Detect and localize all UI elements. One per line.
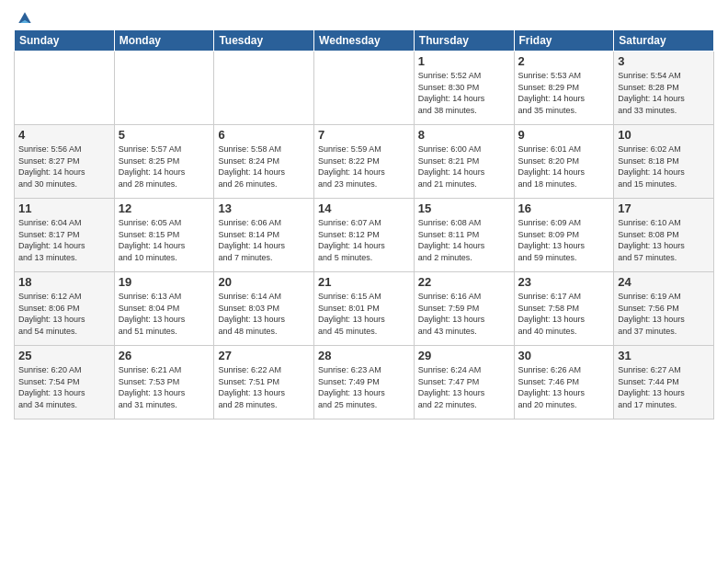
calendar-cell: 24Sunrise: 6:19 AMSunset: 7:56 PMDayligh… xyxy=(614,272,714,346)
day-info: Sunrise: 6:09 AMSunset: 8:09 PMDaylight:… xyxy=(518,217,610,263)
calendar-cell: 14Sunrise: 6:07 AMSunset: 8:12 PMDayligh… xyxy=(314,199,415,272)
calendar-cell: 6Sunrise: 5:58 AMSunset: 8:24 PMDaylight… xyxy=(214,125,314,199)
day-number: 27 xyxy=(218,349,310,362)
day-info: Sunrise: 6:16 AMSunset: 7:59 PMDaylight:… xyxy=(418,291,510,337)
day-number: 15 xyxy=(418,201,510,215)
calendar-cell: 12Sunrise: 6:05 AMSunset: 8:15 PMDayligh… xyxy=(114,199,214,272)
day-info: Sunrise: 6:19 AMSunset: 7:56 PMDaylight:… xyxy=(618,291,710,337)
day-info: Sunrise: 6:20 AMSunset: 7:54 PMDaylight:… xyxy=(18,364,110,410)
calendar-cell: 27Sunrise: 6:22 AMSunset: 7:51 PMDayligh… xyxy=(214,346,314,419)
day-info: Sunrise: 5:52 AMSunset: 8:30 PMDaylight:… xyxy=(418,70,510,116)
day-number: 4 xyxy=(18,128,110,142)
logo-icon xyxy=(16,9,34,28)
day-number: 16 xyxy=(518,201,610,215)
day-info: Sunrise: 6:21 AMSunset: 7:53 PMDaylight:… xyxy=(119,364,210,410)
day-number: 17 xyxy=(618,201,710,215)
calendar-cell: 17Sunrise: 6:10 AMSunset: 8:08 PMDayligh… xyxy=(614,199,714,272)
weekday-header-row: SundayMondayTuesdayWednesdayThursdayFrid… xyxy=(15,30,714,52)
day-number: 3 xyxy=(618,54,710,68)
calendar-week-1: 4Sunrise: 5:56 AMSunset: 8:27 PMDaylight… xyxy=(15,125,714,199)
day-info: Sunrise: 6:00 AMSunset: 8:21 PMDaylight:… xyxy=(418,144,510,190)
calendar-cell: 1Sunrise: 5:52 AMSunset: 8:30 PMDaylight… xyxy=(414,52,514,125)
day-info: Sunrise: 6:23 AMSunset: 7:49 PMDaylight:… xyxy=(318,364,410,410)
day-info: Sunrise: 5:58 AMSunset: 8:24 PMDaylight:… xyxy=(218,144,310,190)
day-number: 6 xyxy=(218,128,310,142)
header xyxy=(14,9,714,24)
day-number: 24 xyxy=(618,275,710,289)
day-info: Sunrise: 6:08 AMSunset: 8:11 PMDaylight:… xyxy=(418,217,510,263)
weekday-header-tuesday: Tuesday xyxy=(214,30,314,52)
calendar-cell: 30Sunrise: 6:26 AMSunset: 7:46 PMDayligh… xyxy=(514,346,614,419)
calendar-cell: 15Sunrise: 6:08 AMSunset: 8:11 PMDayligh… xyxy=(414,199,514,272)
day-info: Sunrise: 5:57 AMSunset: 8:25 PMDaylight:… xyxy=(119,144,210,190)
calendar-cell: 19Sunrise: 6:13 AMSunset: 8:04 PMDayligh… xyxy=(114,272,214,346)
calendar-week-0: 1Sunrise: 5:52 AMSunset: 8:30 PMDaylight… xyxy=(15,52,714,125)
day-info: Sunrise: 6:10 AMSunset: 8:08 PMDaylight:… xyxy=(618,217,710,263)
day-number: 21 xyxy=(318,275,410,289)
calendar-cell: 26Sunrise: 6:21 AMSunset: 7:53 PMDayligh… xyxy=(114,346,214,419)
calendar-cell: 2Sunrise: 5:53 AMSunset: 8:29 PMDaylight… xyxy=(514,52,614,125)
calendar-cell: 29Sunrise: 6:24 AMSunset: 7:47 PMDayligh… xyxy=(414,346,514,419)
day-number: 11 xyxy=(18,201,110,215)
day-info: Sunrise: 6:15 AMSunset: 8:01 PMDaylight:… xyxy=(318,291,410,337)
day-info: Sunrise: 5:56 AMSunset: 8:27 PMDaylight:… xyxy=(18,144,110,190)
day-info: Sunrise: 6:24 AMSunset: 7:47 PMDaylight:… xyxy=(418,364,510,410)
day-number: 26 xyxy=(119,349,210,362)
calendar-week-3: 18Sunrise: 6:12 AMSunset: 8:06 PMDayligh… xyxy=(15,272,714,346)
day-number: 19 xyxy=(119,275,210,289)
day-info: Sunrise: 5:59 AMSunset: 8:22 PMDaylight:… xyxy=(318,144,410,190)
calendar-cell: 18Sunrise: 6:12 AMSunset: 8:06 PMDayligh… xyxy=(15,272,115,346)
calendar-cell xyxy=(114,52,214,125)
day-number: 14 xyxy=(318,201,410,215)
day-info: Sunrise: 6:27 AMSunset: 7:44 PMDaylight:… xyxy=(618,364,710,410)
day-info: Sunrise: 6:13 AMSunset: 8:04 PMDaylight:… xyxy=(119,291,210,337)
calendar-cell: 28Sunrise: 6:23 AMSunset: 7:49 PMDayligh… xyxy=(314,346,415,419)
day-info: Sunrise: 6:02 AMSunset: 8:18 PMDaylight:… xyxy=(618,144,710,190)
day-number: 10 xyxy=(618,128,710,142)
day-number: 31 xyxy=(618,349,710,362)
calendar-cell: 5Sunrise: 5:57 AMSunset: 8:25 PMDaylight… xyxy=(114,125,214,199)
weekday-header-sunday: Sunday xyxy=(15,30,115,52)
calendar-cell: 4Sunrise: 5:56 AMSunset: 8:27 PMDaylight… xyxy=(15,125,115,199)
day-info: Sunrise: 5:53 AMSunset: 8:29 PMDaylight:… xyxy=(518,70,610,116)
day-info: Sunrise: 6:14 AMSunset: 8:03 PMDaylight:… xyxy=(218,291,310,337)
day-info: Sunrise: 6:22 AMSunset: 7:51 PMDaylight:… xyxy=(218,364,310,410)
calendar-cell: 21Sunrise: 6:15 AMSunset: 8:01 PMDayligh… xyxy=(314,272,415,346)
day-number: 1 xyxy=(418,54,510,68)
day-number: 22 xyxy=(418,275,510,289)
day-info: Sunrise: 6:26 AMSunset: 7:46 PMDaylight:… xyxy=(518,364,610,410)
calendar-cell: 23Sunrise: 6:17 AMSunset: 7:58 PMDayligh… xyxy=(514,272,614,346)
day-number: 9 xyxy=(518,128,610,142)
calendar-cell: 11Sunrise: 6:04 AMSunset: 8:17 PMDayligh… xyxy=(15,199,115,272)
weekday-header-saturday: Saturday xyxy=(614,30,714,52)
calendar-cell: 10Sunrise: 6:02 AMSunset: 8:18 PMDayligh… xyxy=(614,125,714,199)
logo-text xyxy=(14,9,34,28)
calendar: SundayMondayTuesdayWednesdayThursdayFrid… xyxy=(14,29,714,419)
day-info: Sunrise: 6:17 AMSunset: 7:58 PMDaylight:… xyxy=(518,291,610,337)
logo xyxy=(14,9,34,24)
calendar-cell: 3Sunrise: 5:54 AMSunset: 8:28 PMDaylight… xyxy=(614,52,714,125)
day-info: Sunrise: 5:54 AMSunset: 8:28 PMDaylight:… xyxy=(618,70,710,116)
day-number: 28 xyxy=(318,349,410,362)
calendar-week-4: 25Sunrise: 6:20 AMSunset: 7:54 PMDayligh… xyxy=(15,346,714,419)
day-info: Sunrise: 6:01 AMSunset: 8:20 PMDaylight:… xyxy=(518,144,610,190)
page: SundayMondayTuesdayWednesdayThursdayFrid… xyxy=(0,0,728,563)
day-number: 20 xyxy=(218,275,310,289)
calendar-cell xyxy=(214,52,314,125)
weekday-header-wednesday: Wednesday xyxy=(314,30,415,52)
calendar-cell: 25Sunrise: 6:20 AMSunset: 7:54 PMDayligh… xyxy=(15,346,115,419)
calendar-cell: 31Sunrise: 6:27 AMSunset: 7:44 PMDayligh… xyxy=(614,346,714,419)
calendar-cell: 16Sunrise: 6:09 AMSunset: 8:09 PMDayligh… xyxy=(514,199,614,272)
day-number: 30 xyxy=(518,349,610,362)
day-info: Sunrise: 6:07 AMSunset: 8:12 PMDaylight:… xyxy=(318,217,410,263)
day-number: 23 xyxy=(518,275,610,289)
day-number: 25 xyxy=(18,349,110,362)
day-number: 2 xyxy=(518,54,610,68)
day-number: 7 xyxy=(318,128,410,142)
day-info: Sunrise: 6:12 AMSunset: 8:06 PMDaylight:… xyxy=(18,291,110,337)
weekday-header-monday: Monday xyxy=(114,30,214,52)
day-info: Sunrise: 6:05 AMSunset: 8:15 PMDaylight:… xyxy=(119,217,210,263)
day-number: 18 xyxy=(18,275,110,289)
calendar-cell: 8Sunrise: 6:00 AMSunset: 8:21 PMDaylight… xyxy=(414,125,514,199)
calendar-cell: 20Sunrise: 6:14 AMSunset: 8:03 PMDayligh… xyxy=(214,272,314,346)
